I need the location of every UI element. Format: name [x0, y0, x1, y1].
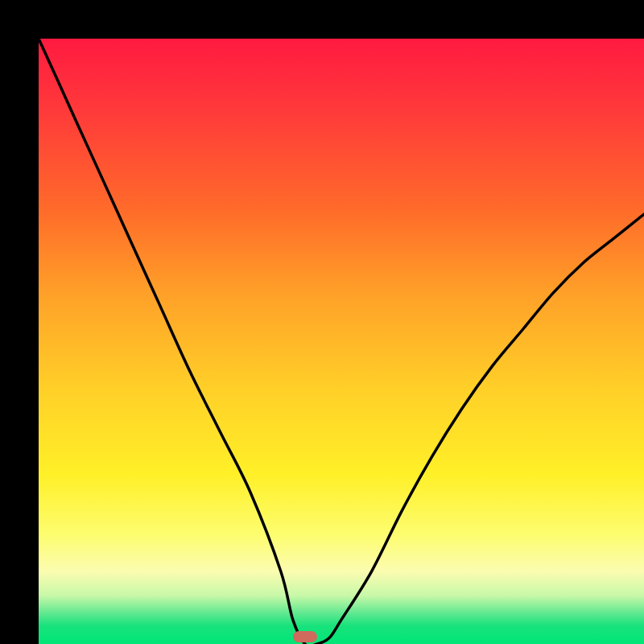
optimal-marker	[293, 631, 317, 642]
chart-frame	[0, 0, 644, 644]
bottleneck-curve	[39, 39, 644, 644]
plot-area	[39, 39, 644, 644]
